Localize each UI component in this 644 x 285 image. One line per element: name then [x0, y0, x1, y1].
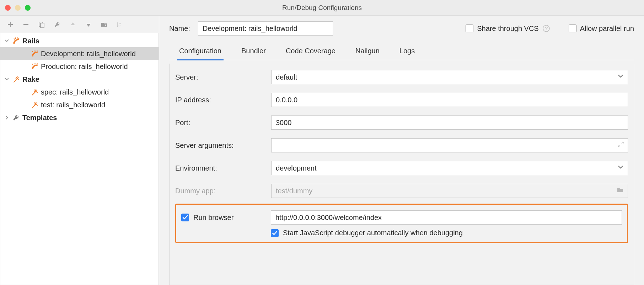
rake-icon	[30, 88, 39, 96]
rails-icon	[12, 37, 20, 45]
allow-parallel-label: Allow parallel run	[580, 25, 634, 33]
configuration-form: Server: IP address: Port: Server argumen…	[169, 64, 634, 285]
rails-icon	[30, 50, 39, 58]
environment-select[interactable]	[271, 161, 628, 175]
run-browser-checkbox[interactable]	[181, 214, 189, 221]
server-label: Server:	[175, 73, 271, 81]
name-input[interactable]	[198, 21, 333, 36]
tree-item-label: Rails	[22, 37, 39, 45]
dialog-body: RailsDevelopment: rails_helloworldProduc…	[0, 16, 644, 285]
tab-bar: ConfigurationBundlerCode CoverageNailgun…	[169, 39, 634, 60]
tree-item-label: test: rails_helloworld	[41, 101, 105, 109]
chevron-right-icon[interactable]	[4, 115, 10, 120]
tree-item-label: Production: rails_helloworld	[41, 63, 128, 71]
name-label: Name:	[169, 25, 190, 33]
rails-icon	[30, 63, 39, 70]
tab-configuration[interactable]: Configuration	[177, 47, 224, 60]
tree-item[interactable]: Templates	[0, 111, 159, 124]
checkbox-icon	[466, 25, 473, 32]
dummy-app-input	[271, 184, 628, 198]
tree-item[interactable]: test: rails_helloworld	[0, 98, 159, 111]
share-vcs-checkbox[interactable]: Share through VCS	[466, 25, 550, 33]
chevron-down-icon	[618, 74, 623, 81]
share-vcs-label: Share through VCS	[477, 25, 538, 33]
chevron-down-icon[interactable]	[4, 77, 10, 81]
sidebar-toolbar	[0, 18, 159, 33]
tree-item-label: Development: rails_helloworld	[41, 50, 136, 58]
checkbox-icon	[569, 25, 576, 32]
tab-logs[interactable]: Logs	[397, 47, 417, 60]
environment-label: Environment:	[175, 164, 271, 172]
chevron-down-icon[interactable]	[4, 39, 10, 43]
tab-code-coverage[interactable]: Code Coverage	[284, 47, 338, 60]
tree-item[interactable]: spec: rails_helloworld	[0, 86, 159, 98]
titlebar: Run/Debug Configurations	[0, 0, 644, 16]
help-icon[interactable]	[542, 25, 550, 32]
copy-config-button[interactable]	[38, 21, 45, 28]
rake-icon	[12, 75, 20, 83]
run-browser-section: Run browser Start JavaScript debugger au…	[175, 204, 628, 243]
tree-item[interactable]: Rails	[0, 34, 159, 47]
tree-item[interactable]: Rake	[0, 73, 159, 86]
js-debugger-label: Start JavaScript debugger automatically …	[283, 229, 463, 237]
tree-item[interactable]: Development: rails_helloworld	[0, 47, 159, 60]
dummy-app-label: Dummy app:	[175, 187, 271, 195]
move-up-button[interactable]	[69, 21, 77, 28]
tree-item-label: Rake	[22, 75, 39, 84]
ip-input[interactable]	[271, 93, 628, 107]
sort-button[interactable]	[116, 21, 124, 28]
tree-item[interactable]: Production: rails_helloworld	[0, 60, 159, 73]
config-tree[interactable]: RailsDevelopment: rails_helloworldProduc…	[0, 33, 159, 285]
server-args-input[interactable]	[271, 138, 628, 152]
window-title: Run/Debug Configurations	[0, 4, 644, 12]
chevron-down-icon	[618, 165, 623, 172]
run-browser-label: Run browser	[193, 214, 234, 222]
tab-nailgun[interactable]: Nailgun	[353, 47, 382, 60]
server-args-label: Server arguments:	[175, 141, 271, 150]
remove-config-button[interactable]	[22, 21, 30, 28]
move-down-button[interactable]	[85, 21, 92, 28]
server-select[interactable]	[271, 70, 628, 84]
sidebar: RailsDevelopment: rails_helloworldProduc…	[0, 16, 159, 285]
tab-bundler[interactable]: Bundler	[239, 47, 268, 60]
ip-label: IP address:	[175, 96, 271, 104]
port-label: Port:	[175, 119, 271, 127]
new-folder-button[interactable]	[100, 21, 108, 28]
add-config-button[interactable]	[6, 21, 14, 28]
allow-parallel-checkbox[interactable]: Allow parallel run	[569, 25, 634, 33]
tree-item-label: spec: rails_helloworld	[41, 88, 109, 96]
run-browser-url-input[interactable]	[271, 210, 622, 225]
edit-defaults-button[interactable]	[53, 21, 61, 28]
main-panel: Name: Share through VCS Allow parallel r…	[159, 16, 644, 285]
wrench-icon	[12, 114, 20, 122]
js-debugger-checkbox[interactable]	[271, 229, 279, 237]
name-row: Name: Share through VCS Allow parallel r…	[169, 21, 634, 36]
port-input[interactable]	[271, 115, 628, 130]
rake-icon	[30, 101, 39, 109]
folder-icon	[617, 187, 624, 195]
expand-icon[interactable]	[618, 142, 624, 149]
tree-item-label: Templates	[22, 114, 57, 122]
